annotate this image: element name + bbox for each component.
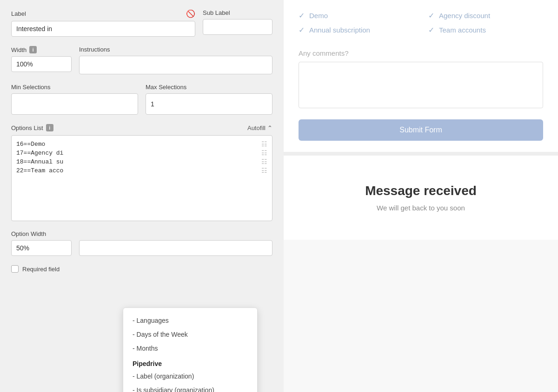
checkbox-options-grid: ✓ Demo ✓ Agency discount ✓ Annual subscr…: [299, 11, 543, 34]
check-icon-agency: ✓: [428, 11, 434, 20]
width-label: Width i: [11, 46, 72, 53]
comments-textarea[interactable]: [299, 62, 543, 108]
checkbox-option-demo: ✓ Demo: [299, 11, 413, 20]
dropdown-item-languages[interactable]: - Languages: [123, 314, 257, 327]
options-header: Options List i Autofill ⌃: [11, 124, 272, 131]
required-checkbox[interactable]: [11, 265, 19, 273]
drag-icon[interactable]: ☷: [261, 167, 267, 175]
label-group: Label 🚫: [11, 9, 195, 37]
width-group: Width i: [11, 46, 72, 72]
width-info-icon[interactable]: i: [29, 46, 37, 53]
drag-icon[interactable]: ☷: [261, 140, 267, 148]
options-list-label: Options List i: [11, 124, 53, 131]
sublabel-input[interactable]: [203, 19, 272, 35]
max-selections-label: Max Selections: [146, 84, 272, 91]
option-text: 17==Agency di: [16, 150, 63, 157]
option-agency-label: Agency discount: [439, 12, 490, 20]
option-annual-label: Annual subscription: [309, 26, 370, 34]
extra-input-label: [79, 230, 272, 237]
option-demo-label: Demo: [309, 12, 328, 20]
width-input[interactable]: [11, 56, 72, 72]
min-selections-input[interactable]: [11, 93, 138, 115]
option-row: 17==Agency di ☷: [16, 149, 267, 157]
checkbox-option-team: ✓ Team accounts: [428, 26, 543, 34]
success-subtitle: We will get back to you soon: [299, 204, 543, 212]
extra-input[interactable]: [79, 240, 272, 256]
label-input[interactable]: [11, 21, 195, 37]
option-width-group: Option Width: [11, 230, 72, 256]
max-group: Max Selections: [146, 84, 272, 115]
drag-icon[interactable]: ☷: [261, 158, 267, 166]
checkbox-option-annual: ✓ Annual subscription: [299, 26, 413, 34]
dropdown-section-pipedrive: Pipedrive: [123, 355, 257, 369]
option-row: 22==Team acco ☷: [16, 167, 267, 175]
drag-icon[interactable]: ☷: [261, 149, 267, 157]
required-row: Required field: [11, 265, 272, 273]
option-team-label: Team accounts: [439, 26, 486, 34]
max-selections-input[interactable]: [146, 93, 272, 115]
option-text: 22==Team acco: [16, 167, 63, 174]
right-panel: ✓ Demo ✓ Agency discount ✓ Annual subscr…: [284, 0, 558, 392]
label-sublabel-row: Label 🚫 Sub Label: [11, 9, 272, 37]
sublabel-group: Sub Label: [203, 9, 272, 35]
separator: [284, 152, 558, 156]
sublabel-field-label: Sub Label: [203, 9, 272, 16]
option-row: 16==Demo ☷: [16, 140, 267, 148]
options-section: Options List i Autofill ⌃ 16==Demo ☷ 17=…: [11, 124, 272, 221]
preview-area: ✓ Demo ✓ Agency discount ✓ Annual subscr…: [284, 0, 558, 152]
options-list-box[interactable]: 16==Demo ☷ 17==Agency di ☷ 18==Annual su…: [11, 135, 272, 221]
left-panel: Label 🚫 Sub Label Width i Instructions: [0, 0, 284, 392]
dropdown-item-subsidiary[interactable]: - Is subsidiary (organization): [123, 383, 257, 392]
min-group: Min Selections: [11, 84, 138, 115]
chevron-up-icon: ⌃: [267, 124, 272, 131]
any-comments-label: Any comments?: [299, 49, 543, 57]
submit-button[interactable]: Submit Form: [299, 119, 543, 141]
hide-icon[interactable]: 🚫: [186, 9, 195, 18]
option-width-label: Option Width: [11, 230, 72, 237]
options-list-content: 16==Demo ☷ 17==Agency di ☷ 18==Annual su…: [16, 140, 267, 175]
check-icon-annual: ✓: [299, 26, 305, 34]
autofill-dropdown: - Languages - Days of the Week - Months …: [123, 307, 258, 392]
check-icon-team: ✓: [428, 26, 434, 34]
option-text: 18==Annual su: [16, 158, 63, 165]
label-field-label: Label 🚫: [11, 9, 195, 18]
extra-input-group: [79, 230, 272, 256]
option-text: 16==Demo: [16, 141, 45, 148]
option-row: 18==Annual su ☷: [16, 158, 267, 166]
option-width-row: Option Width: [11, 230, 272, 256]
required-field-label: Required field: [22, 266, 60, 273]
instructions-group: Instructions: [79, 46, 272, 74]
dropdown-item-days[interactable]: - Days of the Week: [123, 327, 257, 341]
dropdown-item-label-org[interactable]: - Label (organization): [123, 369, 257, 383]
success-title: Message received: [299, 183, 543, 198]
options-info-icon[interactable]: i: [46, 124, 53, 131]
min-selections-label: Min Selections: [11, 84, 138, 91]
instructions-input[interactable]: [79, 56, 272, 74]
autofill-button[interactable]: Autofill ⌃: [247, 124, 272, 131]
checkbox-option-agency: ✓ Agency discount: [428, 11, 543, 20]
width-instructions-row: Width i Instructions: [11, 46, 272, 74]
min-max-row: Min Selections Max Selections: [11, 84, 272, 115]
check-icon-demo: ✓: [299, 11, 305, 20]
instructions-label: Instructions: [79, 46, 272, 53]
option-width-section: Option Width: [11, 230, 272, 256]
option-width-input[interactable]: [11, 240, 72, 256]
success-area: Message received We will get back to you…: [284, 156, 558, 240]
dropdown-item-months[interactable]: - Months: [123, 341, 257, 355]
